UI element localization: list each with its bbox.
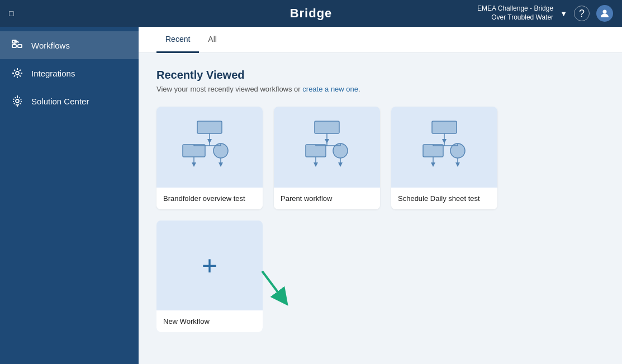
svg-point-12 xyxy=(13,97,21,105)
workflows-icon xyxy=(11,39,23,51)
svg-marker-36 xyxy=(314,162,318,167)
workspace-dropdown[interactable]: ▼ xyxy=(560,9,567,18)
svg-marker-51 xyxy=(455,162,460,167)
sidebar-item-workflows[interactable]: Workflows xyxy=(0,31,139,59)
svg-rect-5 xyxy=(18,45,22,47)
card-thumbnail-schedule xyxy=(391,107,497,188)
svg-rect-3 xyxy=(12,45,16,47)
workflow-card-schedule[interactable]: Schedule Daily sheet test xyxy=(391,107,497,209)
svg-rect-29 xyxy=(306,145,326,157)
svg-rect-39 xyxy=(432,121,457,133)
svg-marker-25 xyxy=(219,162,223,167)
svg-rect-13 xyxy=(197,121,222,133)
sidebar-workflows-label: Workflows xyxy=(31,41,70,50)
sidebar-integrations-label: Integrations xyxy=(31,69,75,78)
section-title: Recently Viewed xyxy=(156,69,604,82)
integrations-icon xyxy=(11,67,23,79)
create-new-link[interactable]: create a new one xyxy=(302,85,358,93)
svg-point-0 xyxy=(603,10,607,14)
sidebar-item-integrations[interactable]: Integrations xyxy=(0,59,139,87)
content-area: Recent All Recently Viewed View your mos… xyxy=(139,27,622,364)
new-workflow-section: + New Workflow xyxy=(156,221,263,332)
sidebar-item-solution-center[interactable]: Solution Center xyxy=(0,87,139,115)
new-workflow-label: New Workflow xyxy=(156,310,263,332)
new-card-inner: + xyxy=(156,221,263,310)
card-thumbnail-brandfolder xyxy=(156,107,263,188)
tabs-bar: Recent All xyxy=(139,27,622,53)
svg-point-8 xyxy=(16,71,19,75)
svg-marker-38 xyxy=(338,162,343,167)
svg-marker-49 xyxy=(431,162,435,167)
card-thumbnail-parent xyxy=(274,107,380,188)
new-workflow-card[interactable]: + New Workflow xyxy=(156,221,263,332)
svg-point-9 xyxy=(16,99,19,103)
solution-center-icon xyxy=(11,95,23,107)
main-layout: Workflows Integrations Solu xyxy=(0,27,622,364)
section-subtitle: View your most recently viewed workflows… xyxy=(156,85,604,93)
header-window-icon[interactable]: □ xyxy=(9,9,13,18)
svg-rect-42 xyxy=(423,145,443,157)
svg-marker-23 xyxy=(192,162,196,167)
app-title: Bridge xyxy=(290,6,333,21)
svg-line-53 xyxy=(263,272,283,299)
svg-rect-26 xyxy=(315,121,339,133)
workspace-name: EMEA Challenge - Bridge Over Troubled Wa… xyxy=(464,4,553,22)
sidebar: Workflows Integrations Solu xyxy=(0,27,139,364)
plus-icon: + xyxy=(202,252,217,279)
workflow-card-brandfolder[interactable]: Brandfolder overview test xyxy=(156,107,263,209)
workflow-card-parent[interactable]: Parent workflow xyxy=(274,107,380,209)
user-avatar[interactable] xyxy=(596,5,613,22)
card-label-brandfolder: Brandfolder overview test xyxy=(156,188,263,209)
help-icon[interactable]: ? xyxy=(574,6,590,21)
sidebar-solution-center-label: Solution Center xyxy=(31,97,89,106)
svg-rect-16 xyxy=(183,145,205,157)
header-right: EMEA Challenge - Bridge Over Troubled Wa… xyxy=(464,4,613,22)
content-inner: Recently Viewed View your most recently … xyxy=(139,53,622,364)
card-label-schedule: Schedule Daily sheet test xyxy=(391,188,497,209)
tab-all[interactable]: All xyxy=(199,27,226,53)
workflow-cards-grid: Brandfolder overview test xyxy=(156,107,604,209)
card-label-parent: Parent workflow xyxy=(274,188,380,209)
app-header: □ Bridge EMEA Challenge - Bridge Over Tr… xyxy=(0,0,622,27)
tab-recent[interactable]: Recent xyxy=(156,27,199,53)
